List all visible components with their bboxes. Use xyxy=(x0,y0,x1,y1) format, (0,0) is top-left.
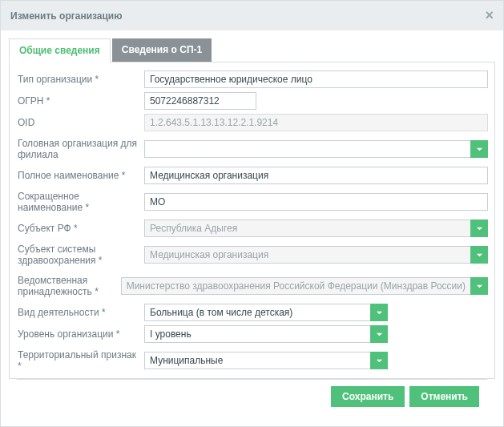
cancel-button[interactable]: Отменить xyxy=(409,386,479,407)
dialog-footer: Сохранить Отменить xyxy=(17,379,487,413)
label-health-subject: Субъект системы здравоохранения * xyxy=(18,244,144,266)
edit-org-dialog: Изменить организацию × Общие сведения Св… xyxy=(0,0,504,427)
tab-sp1[interactable]: Сведения о СП-1 xyxy=(112,38,212,62)
region-dropdown-icon[interactable] xyxy=(470,220,488,237)
region-select: Республика Адыгея xyxy=(144,220,471,237)
form-area[interactable]: Тип организации * Государственное юридич… xyxy=(9,62,495,379)
level-dropdown-icon[interactable] xyxy=(370,325,388,343)
head-org-dropdown-icon[interactable] xyxy=(470,140,488,158)
short-name-input[interactable] xyxy=(144,193,488,211)
dept-dropdown-icon[interactable] xyxy=(470,277,488,295)
health-subject-dropdown-icon[interactable] xyxy=(470,246,488,264)
label-level: Уровень организации * xyxy=(18,328,144,340)
ogrn-input[interactable] xyxy=(144,92,256,110)
tab-general[interactable]: Общие сведения xyxy=(9,38,111,62)
label-activity: Вид деятельности * xyxy=(18,307,144,318)
close-icon[interactable]: × xyxy=(485,7,494,24)
dept-select: Министерство здравоохранения Российской … xyxy=(121,277,471,295)
label-dept: Ведомственная принадлежность * xyxy=(18,275,121,297)
label-org-type: Тип организации * xyxy=(18,74,144,85)
territory-select[interactable]: Муниципальные xyxy=(144,352,371,369)
label-territory: Территориальный признак * xyxy=(18,349,144,372)
label-oid: OID xyxy=(18,117,144,128)
activity-dropdown-icon[interactable] xyxy=(370,304,388,321)
health-subject-select: Медицинская организация xyxy=(144,246,471,264)
label-head-org: Головная организация для филиала xyxy=(18,138,144,160)
label-ogrn: ОГРН * xyxy=(18,95,144,107)
oid-input xyxy=(144,114,488,131)
territory-dropdown-icon[interactable] xyxy=(370,352,388,369)
label-short-name: Сокращенное наименование * xyxy=(18,191,144,213)
tab-bar: Общие сведения Сведения о СП-1 xyxy=(9,38,495,62)
dialog-header: Изменить организацию × xyxy=(1,1,503,30)
label-full-name: Полное наименование * xyxy=(18,170,144,181)
activity-select[interactable]: Больница (в том числе детская) xyxy=(144,304,371,321)
head-org-select[interactable] xyxy=(144,140,471,158)
level-select[interactable]: I уровень xyxy=(144,325,371,343)
dialog-body: Общие сведения Сведения о СП-1 Тип орган… xyxy=(1,30,503,426)
dialog-title: Изменить организацию xyxy=(10,10,123,22)
save-button[interactable]: Сохранить xyxy=(331,386,405,407)
full-name-input[interactable] xyxy=(144,167,488,184)
org-type-select[interactable]: Государственное юридическое лицо xyxy=(144,70,488,88)
inn-input[interactable] xyxy=(144,378,256,379)
label-region: Субъект РФ * xyxy=(18,223,144,234)
